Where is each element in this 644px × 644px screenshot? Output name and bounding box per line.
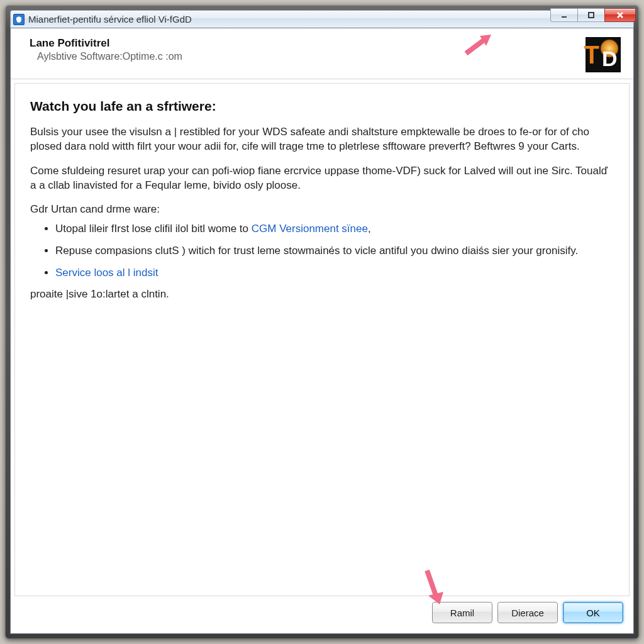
titlebar[interactable]: Mianerfiet-pentifu sérvice efliol Vi-fGd… bbox=[10, 10, 634, 28]
close-button[interactable] bbox=[604, 8, 636, 22]
bullet-list: Utopal lileir fIrst lose clifil ilol bit… bbox=[55, 222, 614, 280]
window-title: Mianerfiet-pentifu sérvice efliol Vi-fGd… bbox=[28, 14, 192, 25]
app-logo: TD bbox=[586, 37, 621, 72]
content-paragraph-2: Come sfuldeing resuret urap your can pof… bbox=[30, 164, 614, 193]
client-area: Lane Pofitivitrel Aylsbtive Software:Opt… bbox=[10, 28, 634, 634]
content-heading: Watch you lafe an a sfrtiwere: bbox=[30, 99, 614, 114]
footer: Ramil Dierace OK bbox=[14, 596, 630, 630]
bullet-pre: Utopal lileir fIrst lose clifil ilol bit… bbox=[55, 223, 252, 235]
bullet-link[interactable]: CGM Versionment sïnee bbox=[252, 223, 368, 235]
ok-button[interactable]: OK bbox=[563, 602, 623, 623]
secondary-button-2[interactable]: Dierace bbox=[497, 602, 558, 623]
header-band: Lane Pofitivitrel Aylsbtive Software:Opt… bbox=[11, 28, 633, 79]
list-item: Repuse compasions clutS ) witich for tru… bbox=[55, 244, 614, 258]
app-icon bbox=[13, 14, 25, 25]
content-box: Watch you lafe an a sfrtiwere: Bulsis yo… bbox=[14, 83, 630, 596]
bullet-link[interactable]: Service loos al l indsit bbox=[55, 267, 158, 279]
header-title: Lane Pofitivitrel bbox=[30, 37, 182, 50]
list-item: Utopal lileir fIrst lose clifil ilol bit… bbox=[55, 222, 614, 236]
content-subheading: Gdr Urtan cand drme ware: bbox=[30, 203, 614, 216]
secondary-button-1[interactable]: Ramil bbox=[432, 602, 492, 623]
content-wrap: Watch you lafe an a sfrtiwere: Bulsis yo… bbox=[11, 79, 633, 633]
bullet-pre: Repuse compasions clutS ) witich for tru… bbox=[55, 245, 578, 257]
content-closing: proaite |sive 1o:lartet a clntin. bbox=[30, 288, 614, 301]
maximize-button[interactable] bbox=[577, 8, 605, 22]
minimize-button[interactable] bbox=[550, 8, 578, 22]
bullet-post: , bbox=[368, 223, 371, 235]
list-item: Service loos al l indsit bbox=[55, 266, 614, 280]
content-paragraph-1: Bulsis your usee the visulsn a | restibl… bbox=[30, 125, 614, 154]
header-subtitle: Aylsbtive Software:Optime.c :om bbox=[37, 51, 182, 62]
window-frame: Mianerfiet-pentifu sérvice efliol Vi-fGd… bbox=[5, 5, 639, 639]
caption-buttons bbox=[550, 8, 636, 22]
svg-rect-1 bbox=[589, 13, 594, 18]
